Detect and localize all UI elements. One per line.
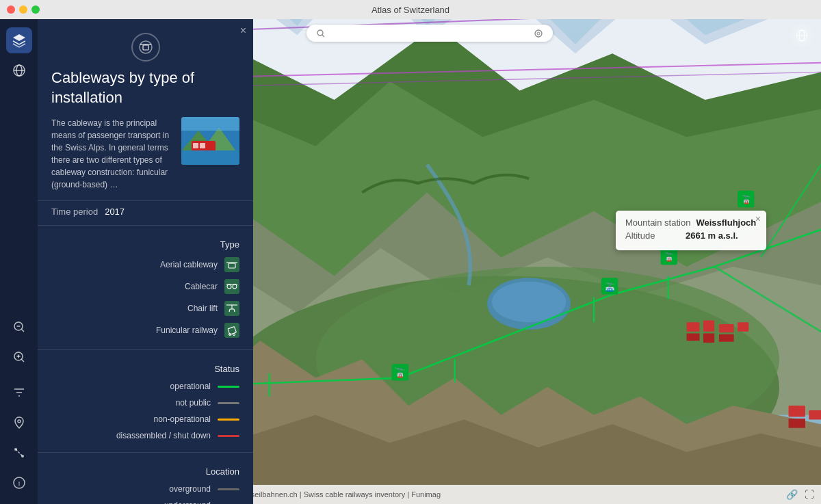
svg-text:🚡: 🚡	[394, 367, 406, 379]
close-traffic-light[interactable]	[7, 5, 15, 14]
section-divider-2	[38, 349, 253, 350]
status-legend-section: Status operational not public non-operat…	[38, 353, 253, 449]
sidebar-item-measure[interactable]	[6, 440, 32, 466]
map-tooltip: × Mountain station Weissfluhjoch Altitud…	[616, 211, 766, 250]
chair-lift-label: Chair lift	[187, 304, 218, 313]
svg-line-87	[322, 35, 324, 37]
chair-lift-icon	[224, 301, 239, 316]
sidebar-item-search-location[interactable]	[6, 410, 32, 436]
disassembled-line-icon	[218, 435, 239, 437]
legend-row-chairlift: Chair lift	[38, 297, 253, 319]
status-row-disassembled: disassembled / shut down	[38, 427, 253, 444]
location-row-underground: underground	[38, 497, 253, 504]
tooltip-altitude-row: Altitude 2661 m a.s.l.	[625, 230, 757, 241]
not-public-label: not public	[176, 398, 211, 408]
svg-rect-60	[703, 334, 714, 343]
svg-rect-27	[193, 143, 198, 148]
window-title: Atlas of Switzerland	[372, 5, 449, 15]
panel-description: The cableway is the principal means of p…	[38, 117, 253, 200]
sidebar-item-globe[interactable]	[6, 57, 32, 83]
operational-line-icon	[218, 386, 239, 388]
cablecar-label: Cablecar	[185, 282, 218, 291]
svg-rect-57	[719, 324, 734, 332]
svg-rect-64	[809, 410, 821, 420]
operational-label: operational	[170, 382, 211, 391]
map-search-filter-icon	[534, 29, 543, 38]
sidebar-item-zoom-in[interactable]	[6, 344, 32, 370]
svg-point-29	[194, 151, 198, 155]
section-divider-3	[38, 452, 253, 453]
section-divider-1	[38, 225, 253, 226]
map-search-bar	[307, 25, 553, 42]
fullscreen-traffic-light[interactable]	[31, 5, 40, 14]
aerial-cableway-label: Aerial cableway	[160, 260, 218, 269]
icon-sidebar: i	[0, 19, 38, 504]
sidebar-item-zoom-out[interactable]	[6, 314, 32, 340]
svg-text:🚡: 🚡	[664, 252, 675, 263]
non-operational-line-icon	[218, 419, 239, 421]
non-operational-label: non-operational	[154, 414, 211, 424]
panel-description-text: The cableway is the principal means of p…	[51, 118, 169, 189]
cablecar-icon	[224, 279, 239, 294]
disassembled-label: disassembled / shut down	[116, 431, 211, 440]
svg-text:i: i	[18, 479, 20, 487]
sidebar-item-info[interactable]: i	[6, 470, 32, 496]
tooltip-close-button[interactable]: ×	[755, 213, 761, 224]
map-search-input[interactable]	[331, 28, 528, 38]
left-panel: × Cableways by type of installation	[38, 19, 253, 504]
svg-rect-62	[789, 406, 805, 416]
link-icon[interactable]: 🔗	[786, 489, 798, 500]
underground-label: underground	[164, 501, 211, 504]
map-globe-button[interactable]	[791, 25, 813, 47]
legend-row-cablecar: Cablecar	[38, 276, 253, 297]
time-period-value: 2017	[105, 207, 125, 217]
funicular-icon	[224, 323, 239, 338]
svg-rect-59	[687, 334, 700, 341]
tooltip-altitude-value: 2661 m a.s.l.	[686, 230, 738, 241]
svg-point-41	[233, 334, 235, 336]
status-row-not-public: not public	[38, 395, 253, 411]
location-legend-section: Location overground underground	[38, 455, 253, 504]
type-heading: Type	[38, 234, 253, 254]
traffic-lights	[7, 5, 40, 14]
svg-point-86	[317, 30, 323, 36]
fullscreen-icon[interactable]: ⛶	[805, 489, 814, 500]
time-period-label: Time period	[51, 207, 98, 217]
svg-point-13	[18, 420, 21, 423]
svg-point-30	[207, 151, 211, 155]
map-search-icon	[316, 29, 326, 38]
svg-line-5	[21, 330, 24, 332]
not-public-line-icon	[218, 402, 239, 404]
svg-line-9	[21, 360, 24, 362]
svg-rect-55	[687, 322, 700, 332]
sidebar-item-filter[interactable]	[6, 380, 32, 406]
type-legend-section: Type Aerial cableway Cablecar	[38, 228, 253, 347]
svg-point-35	[227, 284, 231, 289]
sidebar-item-layers[interactable]	[6, 27, 32, 53]
tooltip-station-label: Mountain station	[625, 217, 690, 228]
status-heading: Status	[38, 358, 253, 378]
panel-type-icon	[38, 19, 253, 68]
svg-rect-61	[719, 334, 734, 342]
panel-title: Cableways by type of installation	[38, 68, 253, 117]
panel-close-button[interactable]: ×	[240, 25, 246, 37]
legend-row-aerial: Aerial cableway	[38, 254, 253, 276]
minimize-traffic-light[interactable]	[19, 5, 27, 14]
svg-text:🚡: 🚡	[741, 194, 752, 205]
legend-row-funicular: Funicular railway	[38, 319, 253, 341]
svg-point-88	[535, 30, 542, 37]
status-row-non-operational: non-operational	[38, 411, 253, 427]
time-period-row: Time period 2017	[38, 200, 253, 222]
panel-thumbnail	[181, 117, 239, 165]
overground-label: overground	[169, 484, 211, 494]
location-heading: Location	[38, 461, 253, 481]
thumbnail-image	[181, 117, 239, 165]
svg-text:🚠: 🚠	[605, 282, 616, 293]
funicular-label: Funicular railway	[156, 326, 218, 335]
svg-rect-28	[200, 143, 205, 148]
bottom-right-controls: 🔗 ⛶	[786, 489, 814, 500]
cableway-icon-circle	[131, 33, 160, 62]
location-row-overground: overground	[38, 481, 253, 497]
overground-line-icon	[218, 488, 239, 490]
svg-rect-63	[789, 419, 805, 428]
